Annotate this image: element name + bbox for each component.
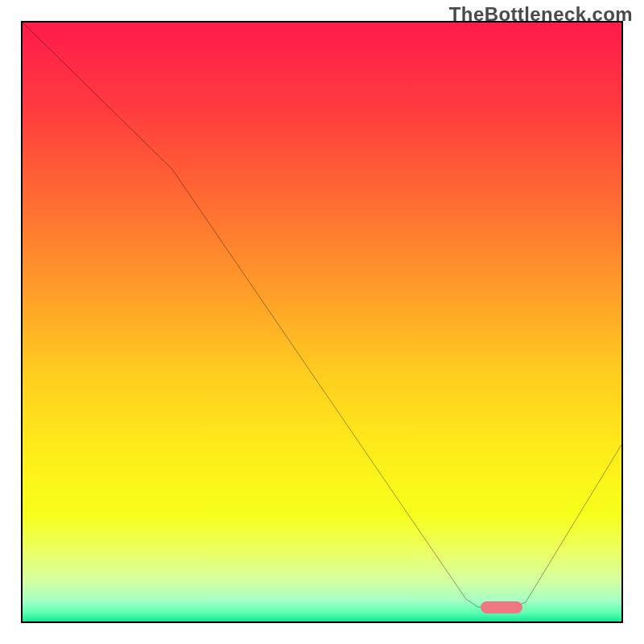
bottleneck-curve: [23, 23, 621, 621]
optimal-range-marker: [481, 601, 522, 613]
chart-container: TheBottleneck.com: [0, 0, 644, 644]
watermark-text: TheBottleneck.com: [449, 3, 633, 26]
plot-area: [21, 21, 623, 623]
